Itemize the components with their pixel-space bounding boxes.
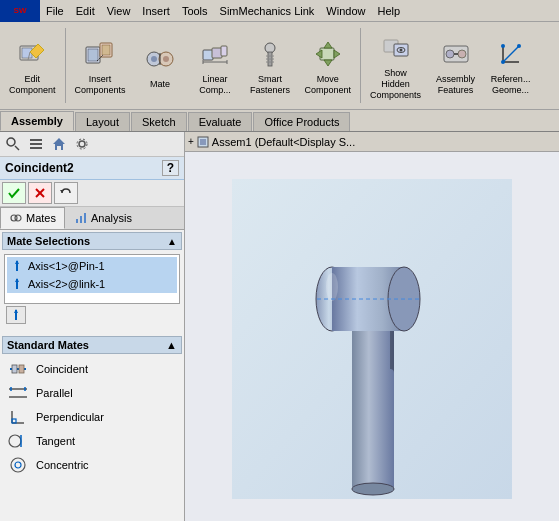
mate-coincident[interactable]: Coincident bbox=[2, 357, 182, 381]
svg-marker-61 bbox=[15, 260, 19, 264]
panel-list-btn[interactable] bbox=[25, 134, 47, 154]
assembly-features-icon bbox=[438, 36, 474, 72]
svg-point-41 bbox=[501, 44, 505, 48]
panel-toolbar bbox=[0, 132, 184, 157]
edit-component-icon bbox=[14, 36, 50, 72]
standard-mates-collapse[interactable]: ▲ bbox=[166, 339, 177, 351]
tab-analysis[interactable]: Analysis bbox=[65, 207, 141, 229]
move-component-button[interactable]: MoveComponent bbox=[298, 24, 359, 107]
mate-concentric[interactable]: Concentric bbox=[2, 453, 182, 477]
svg-point-42 bbox=[517, 44, 521, 48]
reference-geom-icon bbox=[493, 36, 529, 72]
mate-button[interactable]: Mate bbox=[133, 24, 188, 107]
add-selection-button[interactable] bbox=[6, 306, 26, 324]
menu-tools[interactable]: Tools bbox=[176, 3, 214, 19]
main-toolbar: EditComponent InsertComponents Mate bbox=[0, 22, 559, 110]
parallel-icon bbox=[6, 383, 30, 403]
svg-rect-7 bbox=[102, 45, 110, 55]
viewport: + Assem1 (Default<Display S... bbox=[185, 132, 559, 521]
menu-help[interactable]: Help bbox=[371, 3, 406, 19]
main-area: Coincident2 ? Mates Analysis bbox=[0, 132, 559, 521]
selection-item-2[interactable]: Axis<2>@link-1 bbox=[7, 275, 177, 293]
svg-rect-46 bbox=[30, 139, 42, 141]
tab-mates[interactable]: Mates bbox=[0, 207, 65, 229]
svg-rect-48 bbox=[30, 147, 42, 149]
undo-button[interactable] bbox=[54, 182, 78, 204]
tab-evaluate[interactable]: Evaluate bbox=[188, 112, 253, 131]
panel-home-btn[interactable] bbox=[48, 134, 70, 154]
smart-fasteners-button[interactable]: SmartFasteners bbox=[243, 24, 298, 107]
svg-marker-49 bbox=[53, 138, 65, 150]
edit-component-button[interactable]: EditComponent bbox=[2, 24, 63, 107]
svg-marker-54 bbox=[60, 190, 64, 193]
panel-search-btn[interactable] bbox=[2, 134, 24, 154]
mate-tangent[interactable]: Tangent bbox=[2, 429, 182, 453]
selection-item-1[interactable]: Axis<1>@Pin-1 bbox=[7, 257, 177, 275]
smart-fasteners-icon bbox=[252, 36, 288, 72]
concentric-icon bbox=[6, 455, 30, 475]
tab-sketch[interactable]: Sketch bbox=[131, 112, 187, 131]
insert-components-icon bbox=[82, 36, 118, 72]
menu-file[interactable]: File bbox=[40, 3, 70, 19]
standard-mates-header: Standard Mates ▲ bbox=[2, 336, 182, 354]
standard-mates-title: Standard Mates bbox=[7, 339, 89, 351]
svg-point-90 bbox=[326, 273, 338, 301]
svg-point-12 bbox=[163, 56, 169, 62]
help-button[interactable]: ? bbox=[162, 160, 179, 176]
parallel-label: Parallel bbox=[36, 387, 73, 399]
assembly-features-label: AssemblyFeatures bbox=[436, 74, 475, 96]
mate-selections-collapse[interactable]: ▲ bbox=[167, 236, 177, 247]
mate-perpendicular[interactable]: Perpendicular bbox=[2, 405, 182, 429]
linear-comp-label: LinearComp... bbox=[199, 74, 231, 96]
move-component-icon bbox=[310, 36, 346, 72]
menu-edit[interactable]: Edit bbox=[70, 3, 101, 19]
app-logo: SW bbox=[0, 0, 40, 22]
svg-point-79 bbox=[15, 462, 21, 468]
mate-selections-section: Mate Selections ▲ Axis<1>@Pin-1 bbox=[0, 230, 184, 330]
show-hidden-icon bbox=[378, 30, 414, 66]
menu-bar: SW File Edit View Insert Tools SimMechan… bbox=[0, 0, 559, 22]
show-hidden-button[interactable]: ShowHiddenComponents bbox=[363, 24, 428, 107]
menu-window[interactable]: Window bbox=[320, 3, 371, 19]
svg-point-35 bbox=[446, 50, 454, 58]
insert-components-button[interactable]: InsertComponents bbox=[68, 24, 133, 107]
svg-marker-65 bbox=[14, 309, 18, 313]
svg-rect-59 bbox=[84, 213, 86, 223]
tab-assembly[interactable]: Assembly bbox=[0, 111, 74, 131]
confirm-button[interactable] bbox=[2, 182, 26, 204]
reference-geom-label: Referen...Geome... bbox=[491, 74, 531, 96]
svg-point-93 bbox=[352, 483, 394, 495]
assembly-features-button[interactable]: AssemblyFeatures bbox=[428, 24, 483, 107]
svg-rect-58 bbox=[80, 216, 82, 223]
tree-item-label: Assem1 (Default<Display S... bbox=[212, 136, 355, 148]
reference-geom-button[interactable]: Referen...Geome... bbox=[483, 24, 538, 107]
mate-icon bbox=[142, 41, 178, 77]
menu-insert[interactable]: Insert bbox=[136, 3, 176, 19]
menu-view[interactable]: View bbox=[101, 3, 137, 19]
svg-point-50 bbox=[79, 141, 85, 147]
sep2 bbox=[360, 28, 361, 103]
panel-settings-btn[interactable] bbox=[71, 134, 93, 154]
svg-line-38 bbox=[503, 46, 519, 62]
smart-fasteners-label: SmartFasteners bbox=[250, 74, 290, 96]
action-bar bbox=[0, 180, 184, 207]
linear-comp-button[interactable]: LinearComp... bbox=[188, 24, 243, 107]
mate-parallel[interactable]: Parallel bbox=[2, 381, 182, 405]
svg-point-36 bbox=[458, 50, 466, 58]
tab-layout[interactable]: Layout bbox=[75, 112, 130, 131]
tangent-label: Tangent bbox=[36, 435, 75, 447]
svg-point-78 bbox=[11, 458, 25, 472]
viewport-toolbar: + Assem1 (Default<Display S... bbox=[185, 132, 559, 152]
tab-office-products[interactable]: Office Products bbox=[253, 112, 350, 131]
tree-expand-icon[interactable]: + bbox=[188, 136, 194, 147]
selections-list: Axis<1>@Pin-1 Axis<2>@link-1 bbox=[4, 254, 180, 304]
selection-text-1: Axis<1>@Pin-1 bbox=[28, 260, 105, 272]
show-hidden-label: ShowHiddenComponents bbox=[370, 68, 421, 100]
menu-simmechanics[interactable]: SimMechanics Link bbox=[214, 3, 321, 19]
cancel-button[interactable] bbox=[28, 182, 52, 204]
insert-components-label: InsertComponents bbox=[75, 74, 126, 96]
mate-selections-header: Mate Selections ▲ bbox=[2, 232, 182, 250]
feature-name-bar: Coincident2 ? bbox=[0, 157, 184, 180]
svg-rect-47 bbox=[30, 143, 42, 145]
feature-name-text: Coincident2 bbox=[5, 161, 74, 175]
